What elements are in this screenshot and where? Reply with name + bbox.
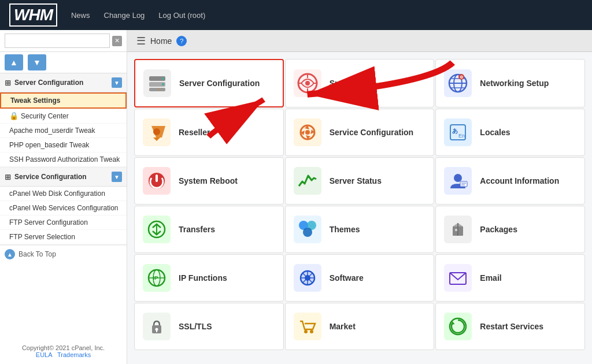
sidebar-section-header-service-config[interactable]: ⊞ Service Configuration ▼ — [0, 168, 127, 187]
breadcrumb-bar: ☰ Home ? — [127, 30, 592, 52]
svg-rect-2 — [149, 88, 165, 91]
svg-point-19 — [153, 128, 160, 135]
grid-item-service-configuration[interactable]: Service Configuration — [285, 109, 435, 156]
grid-item-packages[interactable]: Packages — [435, 206, 585, 253]
account-information-icon — [444, 167, 472, 195]
sidebar-item-tweak-settings[interactable]: Tweak Settings — [0, 92, 127, 109]
search-input[interactable]: tweak — [5, 34, 110, 48]
grid-item-restart-services[interactable]: Restart Services — [435, 303, 585, 350]
server-configuration-icon — [143, 69, 171, 97]
sidebar-item-cpanel-webservices[interactable]: cPanel Web Services Configuration — [0, 201, 127, 216]
sidebar-item-php-open[interactable]: PHP open_basedir Tweak — [0, 138, 127, 153]
search-box: tweak ✕ — [0, 30, 127, 52]
sidebar-item-ftp-config[interactable]: FTP Server Configuration — [0, 216, 127, 230]
server-status-icon — [294, 167, 321, 195]
ip-functions-label: IP Functions — [179, 273, 227, 283]
svg-rect-39 — [455, 229, 457, 231]
grid-item-market[interactable]: Market — [285, 303, 435, 350]
service-configuration-icon — [294, 118, 321, 146]
sidebar-section-server-config: ⊞ Server Configuration ▼ Tweak Settings … — [0, 73, 127, 168]
svg-point-56 — [310, 330, 313, 333]
locales-label: Locales — [480, 128, 510, 137]
top-nav: WHM News Change Log Log Out (root) — [0, 0, 592, 30]
grid-item-email[interactable]: Email — [435, 254, 585, 302]
grid-item-server-status[interactable]: Server Status — [285, 157, 435, 205]
grid-item-support[interactable]: Support — [285, 59, 435, 107]
svg-rect-26 — [156, 174, 158, 182]
svg-text:En: En — [458, 133, 465, 139]
grid-item-networking-setup[interactable]: ⚙ Networking Setup — [435, 59, 585, 107]
service-configuration-label: Service Configuration — [330, 128, 413, 137]
grid-item-ip-functions[interactable]: IP IP Functions — [134, 254, 284, 302]
svg-point-53 — [156, 328, 158, 331]
sidebar-section-service-config: ⊞ Service Configuration ▼ cPanel Web Dis… — [0, 168, 127, 245]
copyright-text: Copyright© 2021 cPanel, Inc. — [5, 344, 122, 351]
email-icon — [444, 264, 472, 292]
nav-changelog[interactable]: Change Log — [104, 11, 145, 20]
breadcrumb-home[interactable]: Home — [150, 36, 172, 46]
nav-logout[interactable]: Log Out (root) — [158, 11, 205, 20]
grid-item-account-information[interactable]: Account Information — [435, 157, 585, 205]
grid-container: Server Configuration Support ⚙ Networkin… — [127, 52, 592, 357]
sidebar-item-apache-mod[interactable]: Apache mod_userdir Tweak — [0, 124, 127, 138]
sidebar-item-cpanel-webdisk[interactable]: cPanel Web Disk Configuration — [0, 187, 127, 201]
system-reboot-icon — [143, 167, 171, 195]
app-container: WHM News Change Log Log Out (root) tweak… — [0, 0, 592, 364]
support-icon — [294, 69, 321, 97]
system-reboot-label: System Reboot — [179, 176, 238, 185]
back-to-top-icon: ▲ — [5, 249, 15, 259]
themes-icon — [294, 216, 321, 243]
sidebar-section-label-server: Server Configuration — [14, 79, 83, 87]
support-label: Support — [330, 79, 361, 88]
market-label: Market — [330, 322, 356, 331]
grid-item-transfers[interactable]: Transfers — [134, 206, 284, 253]
svg-rect-28 — [460, 181, 467, 187]
whm-logo[interactable]: WHM — [9, 3, 57, 27]
ssl-tls-label: SSL/TLS — [179, 322, 212, 331]
service-config-expand[interactable]: ▼ — [112, 172, 122, 182]
locales-icon: あEn — [444, 118, 472, 146]
packages-label: Packages — [480, 225, 517, 234]
account-information-label: Account Information — [480, 176, 559, 185]
sidebar-item-ssh-password[interactable]: SSH Password Authorization Tweak — [0, 153, 127, 167]
trademarks-link[interactable]: Trademarks — [57, 351, 91, 358]
restart-services-icon — [444, 313, 472, 340]
sidebar-item-ftp-selection[interactable]: FTP Server Selection — [0, 230, 127, 244]
grid-item-locales[interactable]: あEn Locales — [435, 109, 585, 156]
grid-item-software[interactable]: Software — [285, 254, 435, 302]
back-to-top-label: Back To Top — [18, 250, 56, 258]
svg-text:あ: あ — [452, 128, 458, 134]
sidebar-nav-down[interactable]: ▼ — [28, 54, 46, 70]
help-icon[interactable]: ? — [176, 36, 187, 46]
svg-point-5 — [159, 89, 161, 91]
service-config-icon: ⊞ — [5, 173, 11, 181]
grid-item-resellers[interactable]: Resellers — [134, 109, 284, 156]
sidebar: tweak ✕ ▲ ▼ ⊞ Server Configuration ▼ Twe… — [0, 30, 127, 364]
sidebar-nav-up[interactable]: ▲ — [5, 54, 23, 70]
sidebar-footer: Copyright© 2021 cPanel, Inc. EULA Tradem… — [0, 339, 127, 364]
server-config-expand[interactable]: ▼ — [112, 77, 122, 88]
search-clear-button[interactable]: ✕ — [112, 36, 122, 46]
grid-item-ssl-tls[interactable]: SSL/TLS — [134, 303, 284, 350]
grid-item-system-reboot[interactable]: System Reboot — [134, 157, 284, 205]
grid-item-themes[interactable]: Themes — [285, 206, 435, 253]
svg-point-27 — [454, 174, 462, 182]
ip-functions-icon: IP — [143, 264, 171, 292]
packages-icon — [444, 216, 472, 243]
transfers-icon — [143, 216, 171, 243]
svg-text:⚙: ⚙ — [460, 75, 463, 79]
resellers-icon — [143, 118, 171, 146]
lock-icon: 🔒 — [9, 112, 18, 120]
nav-news[interactable]: News — [71, 11, 90, 20]
ssl-tls-icon — [143, 313, 171, 340]
svg-text:IP: IP — [153, 275, 158, 281]
resellers-label: Resellers — [179, 128, 214, 137]
sidebar-item-security-center[interactable]: 🔒Security Center — [0, 109, 127, 124]
software-icon — [294, 264, 321, 292]
eula-link[interactable]: EULA — [36, 351, 52, 358]
back-to-top[interactable]: ▲ Back To Top — [0, 245, 127, 263]
grid-item-server-configuration[interactable]: Server Configuration — [134, 59, 284, 107]
sidebar-section-header-server-config[interactable]: ⊞ Server Configuration ▼ — [0, 73, 127, 92]
svg-point-35 — [303, 228, 312, 237]
svg-point-21 — [305, 130, 310, 135]
